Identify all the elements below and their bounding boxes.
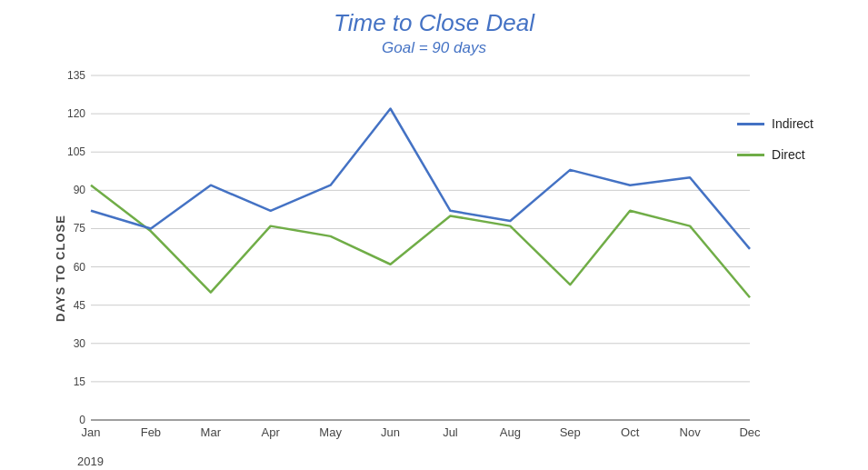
legend-label-indirect: Indirect bbox=[772, 116, 813, 131]
svg-text:60: 60 bbox=[74, 261, 86, 274]
x-year-label: 2019 bbox=[77, 455, 104, 468]
svg-text:Jun: Jun bbox=[381, 425, 400, 439]
svg-text:Apr: Apr bbox=[262, 425, 281, 439]
legend-item-indirect: Indirect bbox=[737, 116, 813, 131]
svg-text:90: 90 bbox=[74, 184, 86, 196]
chart-container: Time to Close Deal Goal = 90 days DAYS T… bbox=[0, 0, 868, 470]
svg-text:30: 30 bbox=[74, 337, 86, 350]
svg-text:Oct: Oct bbox=[621, 425, 640, 439]
svg-text:Nov: Nov bbox=[680, 425, 702, 439]
svg-text:135: 135 bbox=[67, 69, 85, 82]
svg-text:Mar: Mar bbox=[201, 425, 222, 439]
chart-title: Time to Close Deal bbox=[334, 9, 534, 37]
legend-item-direct: Direct bbox=[737, 147, 813, 162]
legend-label-direct: Direct bbox=[772, 147, 805, 162]
svg-text:Dec: Dec bbox=[739, 425, 761, 439]
svg-text:120: 120 bbox=[67, 107, 85, 120]
chart-subtitle: Goal = 90 days bbox=[382, 39, 486, 57]
svg-text:15: 15 bbox=[74, 375, 86, 388]
svg-text:75: 75 bbox=[74, 222, 86, 235]
svg-text:May: May bbox=[319, 425, 342, 439]
legend-line-indirect bbox=[737, 123, 764, 125]
chart-area: DAYS TO CLOSE 0153045607590105120135JanF… bbox=[0, 66, 868, 470]
legend-line-direct bbox=[737, 154, 764, 156]
chart-legend: Indirect Direct bbox=[737, 116, 813, 178]
svg-text:Sep: Sep bbox=[560, 425, 581, 439]
svg-text:Jul: Jul bbox=[443, 425, 458, 439]
svg-text:0: 0 bbox=[79, 414, 85, 426]
svg-text:Aug: Aug bbox=[500, 425, 521, 439]
svg-text:105: 105 bbox=[67, 145, 85, 158]
svg-text:45: 45 bbox=[74, 299, 86, 312]
svg-text:Feb: Feb bbox=[141, 425, 161, 439]
svg-text:Jan: Jan bbox=[82, 425, 101, 439]
